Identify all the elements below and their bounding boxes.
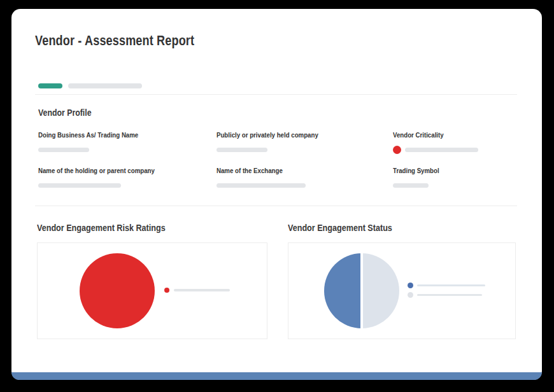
field-value-skeleton xyxy=(38,148,89,152)
field-value-skeleton xyxy=(217,148,267,152)
screen-background: { "window": { "title": "Vendor - Assessm… xyxy=(0,0,554,392)
legend-label-skeleton xyxy=(417,294,482,296)
field-doing-business-as: Doing Business As/ Trading Name xyxy=(38,132,191,154)
field-value-skeleton xyxy=(217,183,306,188)
field-label: Publicly or privately held company xyxy=(217,132,369,139)
field-value-skeleton xyxy=(38,183,121,188)
field-value-row xyxy=(38,181,191,190)
footer-accent-bar xyxy=(11,372,542,380)
engagement-status-pie-chart xyxy=(324,253,399,328)
field-trading-symbol: Trading Symbol xyxy=(393,167,546,190)
legend-swatch-dot xyxy=(164,288,169,293)
report-page: Vendor - Assessment Report Vendor Profil… xyxy=(11,9,542,380)
vendor-profile-fields: Doing Business As/ Trading Name Publicly… xyxy=(38,132,522,202)
field-label-text: Name of the Exchange xyxy=(217,167,283,174)
field-holding-parent-company: Name of the holding or parent company xyxy=(38,167,191,190)
field-label-text: Trading Symbol xyxy=(393,167,439,174)
section-divider-middle xyxy=(35,206,517,206)
field-label-text: Name of the holding or parent company xyxy=(38,167,155,174)
engagement-status-heading: Vendor Engagement Status xyxy=(288,223,404,233)
field-label: Vendor Criticality xyxy=(393,132,546,139)
legend-label-skeleton xyxy=(417,284,485,286)
engagement-status-legend-item-1[interactable] xyxy=(408,283,485,288)
field-value-row xyxy=(217,146,369,154)
risk-ratings-heading-text: Vendor Engagement Risk Ratings xyxy=(37,223,166,233)
page-title: Vendor - Assessment Report xyxy=(35,33,229,48)
legend-swatch-dot xyxy=(408,292,413,298)
field-label: Doing Business As/ Trading Name xyxy=(38,132,191,139)
field-value-row xyxy=(217,181,369,190)
legend-swatch-dot xyxy=(408,283,413,288)
stepper-step-upcoming[interactable] xyxy=(68,83,142,88)
field-value-skeleton xyxy=(405,148,478,152)
risk-ratings-pie-chart xyxy=(80,253,155,328)
engagement-status-heading-text: Vendor Engagement Status xyxy=(288,223,392,233)
field-label: Trading Symbol xyxy=(393,167,546,174)
vendor-profile-heading-text: Vendor Profile xyxy=(38,108,92,118)
field-label-text: Publicly or privately held company xyxy=(217,132,318,139)
risk-ratings-chart-card xyxy=(37,242,267,339)
field-vendor-criticality: Vendor Criticality xyxy=(393,132,546,154)
risk-ratings-heading: Vendor Engagement Risk Ratings xyxy=(37,223,180,233)
field-value-row xyxy=(393,146,546,154)
risk-ratings-legend-item[interactable] xyxy=(164,288,230,293)
field-label: Name of the holding or parent company xyxy=(38,167,191,174)
section-divider-top xyxy=(35,94,517,95)
field-label-text: Doing Business As/ Trading Name xyxy=(38,132,138,139)
field-value-row xyxy=(38,146,191,154)
field-publicly-privately-held: Publicly or privately held company xyxy=(217,132,369,154)
legend-label-skeleton xyxy=(174,289,230,291)
vendor-profile-heading: Vendor Profile xyxy=(38,108,99,118)
stepper-step-current[interactable] xyxy=(38,83,62,88)
field-value-row xyxy=(393,181,546,190)
engagement-status-legend-item-2[interactable] xyxy=(408,292,482,298)
page-title-text: Vendor - Assessment Report xyxy=(35,33,194,48)
field-name-of-exchange: Name of the Exchange xyxy=(217,167,369,190)
field-label-text: Vendor Criticality xyxy=(393,132,444,139)
field-label: Name of the Exchange xyxy=(217,167,369,174)
field-value-skeleton xyxy=(393,183,429,188)
criticality-status-dot xyxy=(393,146,401,154)
engagement-status-chart-card xyxy=(288,242,516,339)
